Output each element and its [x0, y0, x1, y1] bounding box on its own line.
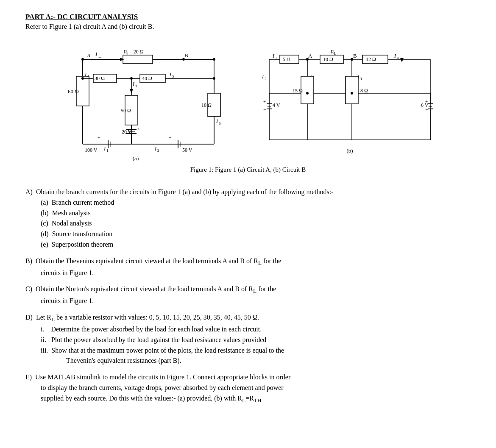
d-item-i: i. Determine the power absorbed by the l… [41, 324, 471, 335]
method-a: (a) Branch current method [41, 198, 471, 208]
svg-point-72 [213, 58, 215, 61]
svg-point-69 [130, 77, 133, 80]
svg-text:2: 2 [265, 77, 267, 81]
svg-text:30 Ω: 30 Ω [95, 75, 105, 81]
method-c: (c) Nodal analysis [41, 218, 471, 229]
svg-point-16 [182, 58, 185, 61]
circuit-a-svg: A I L R L = 20 Ω B [57, 38, 235, 161]
svg-text:60 Ω: 60 Ω [68, 88, 79, 95]
subtitle: Refer to Figure 1 (a) circuit A and (b) … [25, 23, 471, 31]
question-e: E) Use MATLAB simulink to model the circ… [25, 372, 471, 405]
svg-point-70 [213, 77, 215, 80]
circuits-row: A I L R L = 20 Ω B [57, 38, 439, 163]
svg-text:15 Ω: 15 Ω [293, 88, 303, 94]
circuit-b-svg: I 1 5 Ω A R L 10 Ω B [261, 38, 439, 161]
method-b: (b) Mesh analysis [41, 208, 471, 219]
svg-marker-93 [400, 58, 404, 62]
svg-text:100 V: 100 V [85, 147, 98, 153]
svg-text:A: A [86, 52, 90, 58]
figure-container: A I L R L = 20 Ω B [25, 38, 471, 183]
svg-text:1: 1 [275, 56, 277, 60]
d-item-iii: iii. Show that at the maximum power poin… [41, 345, 471, 367]
circuit-a: A I L R L = 20 Ω B [57, 38, 235, 163]
svg-text:I: I [132, 81, 135, 87]
svg-text:A: A [308, 53, 312, 59]
svg-text:1: 1 [106, 148, 109, 153]
svg-text:12 Ω: 12 Ω [366, 56, 376, 62]
svg-text:B: B [353, 53, 357, 59]
svg-text:I: I [272, 53, 275, 59]
svg-text:I: I [216, 118, 218, 124]
method-e: (e) Superposition theorem [41, 239, 471, 250]
svg-text:I: I [95, 51, 98, 57]
svg-text:+: + [98, 135, 100, 140]
svg-text:R: R [124, 49, 127, 55]
circuit-b: I 1 5 Ω A R L 10 Ω B [261, 38, 439, 163]
question-c: C) Obtain the Norton's equivalent circui… [25, 284, 471, 306]
svg-text:4: 4 [397, 56, 399, 60]
question-a: A) Obtain the branch currents for the ci… [25, 187, 471, 250]
method-d: (d) Source transformation [41, 229, 471, 239]
svg-text:20 V: 20 V [122, 129, 132, 135]
svg-text:(a): (a) [133, 155, 139, 161]
svg-point-126 [351, 58, 353, 61]
svg-text:50 Ω: 50 Ω [121, 108, 131, 114]
svg-text:40 Ω: 40 Ω [142, 75, 152, 81]
svg-text:+: + [425, 99, 428, 104]
svg-text:−: − [425, 107, 428, 112]
svg-point-71 [81, 58, 84, 61]
svg-text:I: I [169, 72, 172, 78]
svg-text:5: 5 [172, 74, 174, 78]
svg-text:+: + [137, 126, 139, 131]
svg-text:= 20 Ω: = 20 Ω [129, 49, 144, 55]
svg-point-128 [351, 92, 353, 95]
figure-caption: Figure 1: Figure 1 (a) Circuit A, (b) Ci… [190, 166, 306, 173]
svg-text:I: I [154, 146, 157, 152]
svg-text:(b): (b) [346, 147, 353, 154]
svg-text:4 V: 4 V [273, 102, 280, 108]
questions-section: A) Obtain the branch currents for the ci… [25, 187, 471, 405]
svg-text:4: 4 [87, 74, 89, 78]
svg-point-68 [81, 77, 84, 80]
svg-rect-5 [123, 55, 153, 64]
svg-text:5 Ω: 5 Ω [283, 56, 290, 62]
svg-text:8 Ω: 8 Ω [360, 88, 368, 94]
svg-text:−: − [98, 148, 100, 153]
svg-text:10 Ω: 10 Ω [323, 56, 333, 62]
svg-text:B: B [184, 52, 188, 58]
svg-text:−: − [169, 148, 171, 153]
svg-text:+: + [169, 135, 171, 140]
svg-text:+: + [263, 99, 266, 104]
svg-text:6: 6 [219, 121, 221, 125]
svg-rect-108 [301, 76, 314, 104]
question-b: B) Obtain the Thevenins equivalent circu… [25, 256, 471, 278]
svg-text:I: I [394, 53, 396, 59]
page-title: PART A:- DC CIRCUIT ANALYSIS [25, 13, 471, 21]
svg-text:3: 3 [135, 84, 137, 88]
svg-marker-29 [130, 89, 133, 93]
svg-text:50 V: 50 V [182, 147, 192, 153]
svg-point-127 [306, 92, 309, 95]
d-item-ii: ii. Plot the power absorbed by the load … [41, 335, 471, 345]
svg-text:3: 3 [360, 77, 362, 81]
svg-text:I: I [103, 146, 106, 152]
svg-point-125 [306, 58, 309, 61]
svg-text:L: L [98, 54, 101, 58]
svg-text:2: 2 [157, 148, 159, 153]
svg-rect-114 [346, 76, 358, 104]
question-a-text: A) Obtain the branch currents for the ci… [25, 188, 333, 195]
svg-text:R: R [331, 49, 334, 55]
svg-text:−: − [263, 107, 266, 112]
question-d: D) Let RL be a variable resistor with va… [25, 312, 471, 366]
question-a-items: (a) Branch current method (b) Mesh analy… [41, 198, 471, 250]
svg-text:I: I [262, 74, 264, 80]
figure-wrapper: A I L R L = 20 Ω B [57, 38, 439, 183]
svg-text:10 Ω: 10 Ω [201, 102, 212, 108]
